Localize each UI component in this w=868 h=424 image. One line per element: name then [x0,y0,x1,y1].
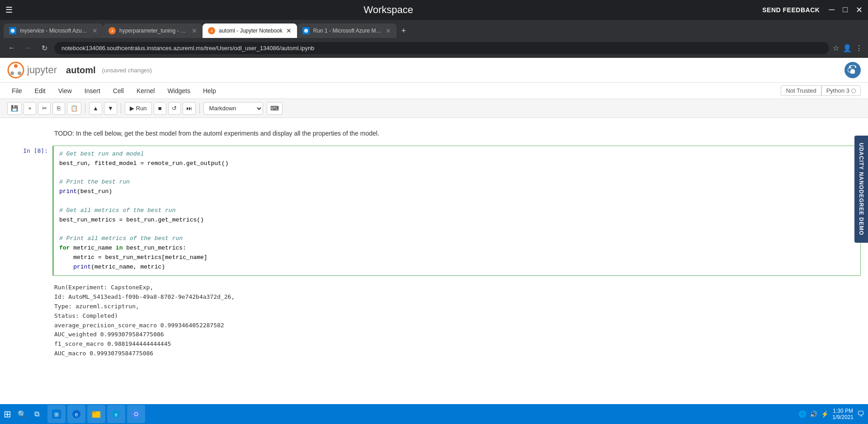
output-line-1: Run(Experiment: CapstoneExp, [54,283,861,292]
cell-code: # Get best run and model best_run, fitte… [54,146,860,275]
tab-close-1[interactable]: ✕ [92,27,98,34]
tab-3[interactable]: J automl - Jupyter Notebook ✕ [203,24,297,38]
keyboard-shortcut-button[interactable]: ⌨ [267,102,283,115]
output-area: Run(Experiment: CapstoneExp, Id: AutoML_… [0,279,868,362]
toolbar-sep-3 [199,103,200,114]
svg-point-5 [18,71,21,75]
taskbar-app-edge[interactable]: e [107,405,125,423]
cell-type-select[interactable]: CodeMarkdownRaw NBConvertHeading [203,102,263,115]
code-in: in [116,245,123,251]
bookmark-icon[interactable]: ☆ [833,44,839,52]
output-line-3: Type: azureml.scriptrun, [54,302,861,311]
menu-widgets[interactable]: Widgets [163,85,195,96]
tab-favicon-4 [302,27,310,34]
output-line-8: AUC_macro 0.9993079584775086 [54,349,861,358]
copy-button[interactable]: ⎘ [52,102,65,115]
tab-1[interactable]: myservice - Microsoft Azure Ma... ✕ [4,24,103,38]
taskbar-app-store[interactable]: ⊞ [47,405,66,423]
cell-content[interactable]: # Get best run and model best_run, fitte… [52,146,861,276]
restart-button[interactable]: ↺ [168,102,181,115]
tab-2[interactable]: J hyperparameter_tuning - Jupyte... ✕ [103,24,203,38]
trust-badge[interactable]: Not Trusted [781,86,821,95]
forward-button[interactable]: → [22,42,34,54]
maximize-icon[interactable]: □ [843,5,848,15]
menu-file[interactable]: File [7,85,27,96]
code-line-5: # Get all metrics of the best run [59,206,855,216]
address-input[interactable] [54,42,829,54]
taskbar-task-view[interactable]: ⧉ [29,407,44,421]
code-comment-1: # Get best run and model [59,151,144,157]
minimize-icon[interactable]: ─ [829,5,835,15]
code-cell-8: In [8]: # Get best run and model best_ru… [0,146,868,276]
tab-4[interactable]: Run 1 - Microsoft Azure Machine... ✕ [297,24,396,38]
code-print-arg-1: (best_run) [77,188,112,195]
close-icon[interactable]: ✕ [856,5,863,15]
window-title: Workspace [20,4,757,16]
send-feedback-button[interactable]: SEND FEEDBACK [762,6,820,14]
text-cell-content: TODO: In the cell below, get the best mo… [54,130,379,137]
python-icon [844,62,861,78]
code-print-2: print [73,264,91,270]
notification-icon[interactable]: 🗨 [857,410,864,418]
code-line-10: print(metric_name, metric) [59,263,855,272]
menu-cell[interactable]: Cell [108,85,128,96]
new-tab-button[interactable]: + [396,24,411,38]
jupyter-logo: jupyter automl (unsaved changes) [7,61,152,79]
code-blank-2 [59,197,855,206]
svg-point-18 [135,413,137,415]
menu-view[interactable]: View [54,85,76,96]
stop-button[interactable]: ■ [154,102,166,115]
tab-close-3[interactable]: ✕ [286,27,292,34]
start-button[interactable]: ⊞ [4,409,11,419]
toolbar-sep-1 [85,103,85,114]
code-blank-1 [59,169,855,178]
menu-kernel[interactable]: Kernel [132,85,159,96]
svg-text:e: e [75,411,78,418]
add-cell-button[interactable]: + [24,102,36,115]
more-icon[interactable]: ⋮ [855,44,863,52]
udacity-panel-label: UDACITY NANODEGREE DEMO [858,143,864,236]
taskbar-app-files[interactable] [87,405,105,423]
address-actions: ☆ 👤 ⋮ [833,44,863,52]
output-line-4: Status: Completed) [54,311,861,321]
menu-edit[interactable]: Edit [30,85,50,96]
move-down-button[interactable]: ▼ [104,102,117,115]
jupyter-logo-icon [7,61,24,79]
menu-icon[interactable]: ☰ [5,5,13,15]
run-button[interactable]: ▶ Run [125,102,152,115]
cut-button[interactable]: ✂ [38,102,51,115]
tab-label-3: automl - Jupyter Notebook [219,28,283,34]
speaker-icon[interactable]: 🔊 [810,410,817,418]
tab-favicon-3: J [208,27,215,34]
code-comment-3: # Print the best run [59,179,130,185]
code-for-iter: best_run_metrics: [123,245,186,251]
taskbar-search-icon[interactable]: 🔍 [15,407,29,421]
restart-run-button[interactable]: ⏭ [183,102,196,115]
code-text-6: best_run_metrics = best_run.get_metrics(… [59,217,204,223]
jupyter-text: jupyter [27,64,57,76]
save-button[interactable]: 💾 [7,102,22,115]
code-indent-1: metric = best_run_metrics[metric_name] [59,254,208,261]
back-button[interactable]: ← [5,42,18,54]
taskbar-app-ie[interactable]: e [67,405,85,423]
tab-close-4[interactable]: ✕ [386,27,391,34]
code-blank-3 [59,225,855,234]
output-line-6: AUC_weighted 0.9993079584775086 [54,330,861,339]
network-icon[interactable]: 🌐 [798,410,806,418]
svg-point-6 [851,67,852,68]
udacity-panel[interactable]: UDACITY NANODEGREE DEMO [854,136,868,243]
profile-icon[interactable]: 👤 [843,44,852,52]
code-line-1: # Get best run and model [59,150,855,159]
code-print-1: print [59,188,77,195]
taskbar: ⊞ 🔍 ⧉ ⊞ e e [0,404,868,424]
menu-insert[interactable]: Insert [80,85,105,96]
code-line-7: # Print all metrics of the best run [59,234,855,244]
reload-button[interactable]: ↻ [38,42,51,54]
menu-help[interactable]: Help [198,85,221,96]
move-up-button[interactable]: ▲ [89,102,102,115]
paste-button[interactable]: 📋 [67,102,81,115]
svg-rect-13 [92,411,96,413]
notebook-cells: TODO: In the cell below, get the best mo… [0,118,868,404]
taskbar-app-chrome[interactable] [127,405,145,423]
tab-close-2[interactable]: ✕ [192,27,197,34]
